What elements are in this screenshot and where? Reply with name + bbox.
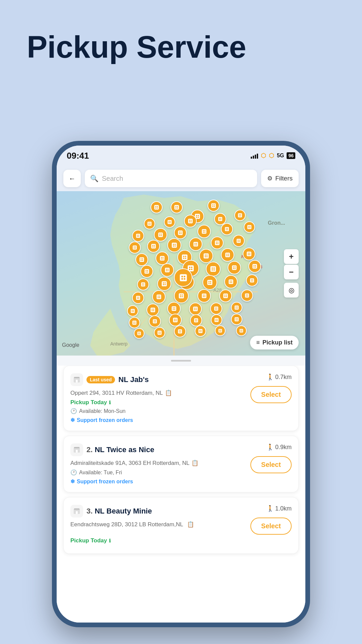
- svg-rect-212: [159, 296, 160, 297]
- svg-rect-119: [142, 260, 143, 261]
- svg-rect-274: [155, 322, 156, 323]
- svg-rect-110: [237, 239, 241, 243]
- filters-button[interactable]: ⚙ Filters: [261, 170, 299, 187]
- svg-rect-62: [161, 233, 162, 234]
- svg-rect-240: [150, 308, 155, 312]
- svg-rect-63: [159, 235, 160, 236]
- svg-rect-167: [235, 266, 236, 267]
- pickup-today-label-1: Pickup Today: [70, 399, 107, 406]
- svg-rect-176: [142, 283, 143, 284]
- svg-rect-45: [218, 217, 222, 221]
- svg-rect-165: [232, 265, 237, 270]
- svg-rect-260: [235, 306, 239, 310]
- svg-rect-68: [179, 233, 180, 234]
- svg-rect-197: [231, 280, 232, 281]
- zoom-out-button[interactable]: −: [284, 265, 299, 279]
- svg-rect-140: [247, 252, 251, 256]
- svg-rect-195: [229, 279, 233, 284]
- store-icon-1: [70, 373, 83, 386]
- svg-rect-93: [152, 247, 153, 248]
- page-title: Pickup Service: [27, 30, 246, 64]
- svg-rect-11: [155, 206, 156, 207]
- svg-rect-207: [138, 297, 139, 298]
- card-info-3: 3. NL Beauty Minie Eendrachtsweg 28D, 30…: [70, 505, 245, 531]
- search-input-wrap[interactable]: 🔍 Search: [85, 170, 257, 187]
- svg-rect-96: [173, 244, 174, 245]
- svg-rect-230: [245, 293, 249, 298]
- svg-rect-76: [226, 228, 227, 229]
- svg-rect-163: [212, 269, 213, 271]
- svg-rect-36: [169, 221, 170, 222]
- svg-rect-323: [240, 331, 241, 332]
- svg-rect-202: [252, 279, 253, 280]
- svg-rect-280: [194, 318, 198, 322]
- svg-rect-263: [236, 308, 237, 309]
- search-icon: 🔍: [90, 174, 99, 182]
- pickup-today-3: Pickup Today ℹ: [70, 537, 292, 544]
- svg-rect-69: [181, 233, 182, 234]
- svg-rect-218: [180, 296, 181, 297]
- svg-rect-160: [210, 266, 216, 272]
- svg-rect-257: [217, 308, 218, 309]
- svg-rect-40: [188, 219, 193, 223]
- svg-rect-269: [135, 323, 136, 324]
- card-right-1: 🚶 0.7km Select: [250, 373, 292, 403]
- svg-rect-214: [159, 297, 160, 298]
- location-button[interactable]: ◎: [284, 283, 299, 298]
- svg-rect-134: [206, 256, 207, 257]
- svg-rect-32: [150, 223, 151, 224]
- card-header-2: 2. NL Twice as Nice: [70, 443, 245, 456]
- svg-rect-297: [139, 332, 140, 333]
- svg-rect-103: [194, 245, 195, 246]
- svg-rect-170: [252, 264, 257, 269]
- svg-rect-203: [251, 281, 252, 282]
- svg-rect-159: [191, 269, 192, 270]
- svg-rect-116: [140, 258, 141, 259]
- svg-rect-175: [141, 282, 145, 286]
- svg-rect-295: [137, 332, 141, 335]
- back-button[interactable]: ←: [63, 170, 81, 187]
- list-icon: ≡: [256, 339, 260, 346]
- svg-rect-251: [194, 308, 195, 309]
- svg-rect-211: [158, 296, 159, 297]
- svg-rect-80: [247, 225, 251, 229]
- map-area[interactable]: A1 A28 Gron... Antwerp A2 A28: [57, 191, 305, 356]
- svg-rect-72: [204, 230, 205, 231]
- pickup-list-button[interactable]: ≡ Pickup list: [250, 336, 299, 350]
- svg-rect-13: [155, 208, 156, 209]
- svg-rect-213: [158, 297, 159, 298]
- svg-rect-77: [227, 228, 228, 229]
- info-icon-3: ℹ: [109, 538, 111, 543]
- zoom-in-button[interactable]: +: [284, 249, 299, 264]
- select-button-3[interactable]: Select: [250, 518, 292, 535]
- svg-rect-149: [147, 272, 148, 273]
- svg-rect-329: [184, 278, 185, 280]
- svg-rect-131: [205, 255, 206, 256]
- availability-text-2: Available: Tue, Fri: [79, 470, 122, 476]
- svg-rect-196: [230, 280, 231, 281]
- svg-rect-177: [143, 283, 144, 284]
- svg-rect-298: [138, 334, 139, 334]
- svg-rect-92: [154, 245, 155, 246]
- card-info-1: Last used NL Jab's Oppert 294, 3011 HV R…: [70, 373, 245, 423]
- svg-rect-301: [159, 332, 160, 333]
- svg-rect-61: [159, 233, 160, 234]
- svg-rect-290: [235, 317, 239, 321]
- svg-rect-180: [162, 281, 167, 286]
- drag-handle[interactable]: [57, 356, 305, 366]
- svg-rect-220: [202, 293, 206, 298]
- svg-rect-142: [249, 253, 250, 254]
- select-button-1[interactable]: Select: [250, 386, 292, 403]
- svg-rect-74: [204, 232, 205, 233]
- svg-rect-127: [185, 256, 186, 257]
- svg-rect-35: [168, 220, 172, 224]
- svg-rect-174: [255, 267, 256, 268]
- svg-rect-219: [182, 296, 183, 297]
- svg-rect-317: [221, 330, 221, 330]
- drag-line-indicator: [171, 360, 191, 362]
- select-button-2[interactable]: Select: [250, 456, 292, 473]
- svg-rect-89: [135, 248, 136, 249]
- svg-rect-70: [202, 229, 206, 234]
- svg-rect-118: [140, 260, 141, 261]
- card-body-3: 3. NL Beauty Minie Eendrachtsweg 28D, 30…: [70, 505, 292, 535]
